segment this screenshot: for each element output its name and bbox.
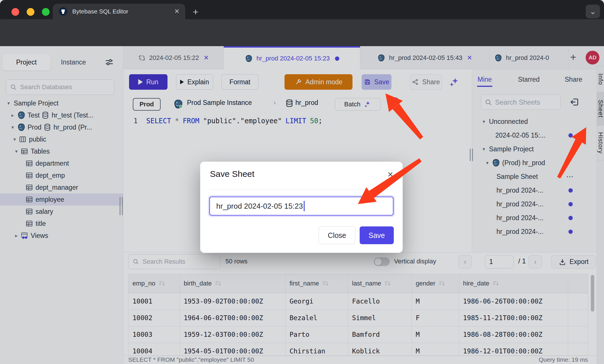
dialog-close-icon[interactable]: ✕: [387, 170, 393, 179]
browser-chrome: Bytebase SQL Editor ✕ + ⌄ localhost:8080…: [0, 0, 604, 46]
tab-close-icon[interactable]: ✕: [174, 8, 180, 15]
screen: Bytebase SQL Editor ✕ + ⌄ localhost:8080…: [0, 0, 604, 364]
bytebase-favicon: [59, 7, 68, 16]
url-bar-row: localhost:8080/sql-editor/prod-sample-in…: [0, 19, 604, 46]
dialog-save-button[interactable]: Save: [360, 226, 394, 244]
new-tab-button[interactable]: +: [193, 7, 198, 17]
dialog-divider: [210, 189, 393, 190]
sheet-name-value: hr_prod 2024-02-05 15:23: [216, 202, 303, 211]
sheet-name-input[interactable]: hr_prod 2024-02-05 15:23: [209, 197, 393, 216]
bytebase-app: Project Instance ▾ Sample Project: [0, 46, 604, 364]
maximize-window-button[interactable]: [42, 8, 50, 16]
minimize-window-button[interactable]: [27, 8, 34, 16]
tab-search-chevron-icon[interactable]: ⌄: [586, 5, 600, 18]
save-sheet-dialog: Save Sheet ✕ hr_prod 2024-02-05 15:23 Cl…: [200, 162, 403, 253]
browser-tab[interactable]: Bytebase SQL Editor ✕: [53, 4, 185, 19]
close-window-button[interactable]: [11, 8, 19, 16]
dialog-close-button[interactable]: Close: [319, 226, 355, 244]
browser-tab-title: Bytebase SQL Editor: [72, 8, 170, 15]
text-caret: [304, 201, 305, 211]
window-controls: [11, 8, 50, 16]
dialog-title: Save Sheet: [210, 169, 254, 179]
